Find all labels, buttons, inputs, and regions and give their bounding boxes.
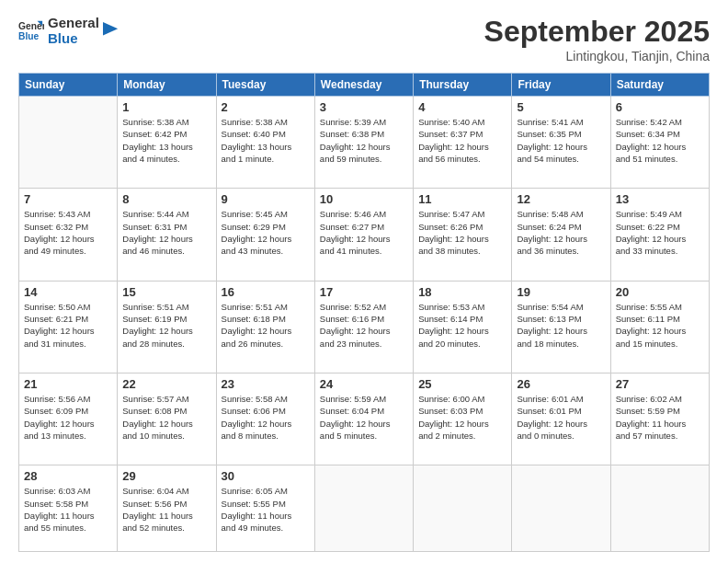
- day-info: Sunrise: 5:50 AM Sunset: 6:21 PM Dayligh…: [24, 301, 112, 350]
- svg-text:Blue: Blue: [18, 32, 40, 42]
- day-number: 13: [616, 192, 704, 206]
- table-row: 11Sunrise: 5:47 AM Sunset: 6:26 PM Dayli…: [414, 189, 512, 281]
- table-row: 4Sunrise: 5:40 AM Sunset: 6:37 PM Daylig…: [414, 97, 512, 189]
- day-info: Sunrise: 5:43 AM Sunset: 6:32 PM Dayligh…: [24, 208, 112, 257]
- calendar-header-row: Sunday Monday Tuesday Wednesday Thursday…: [19, 74, 710, 97]
- day-number: 4: [418, 100, 506, 114]
- table-row: 30Sunrise: 6:05 AM Sunset: 5:55 PM Dayli…: [216, 465, 314, 552]
- day-info: Sunrise: 6:03 AM Sunset: 5:58 PM Dayligh…: [24, 485, 112, 534]
- table-row: 26Sunrise: 6:01 AM Sunset: 6:01 PM Dayli…: [512, 373, 610, 465]
- day-info: Sunrise: 5:44 AM Sunset: 6:31 PM Dayligh…: [122, 208, 210, 257]
- col-tuesday: Tuesday: [216, 74, 314, 97]
- day-number: 19: [517, 285, 605, 299]
- logo-blue: Blue: [48, 30, 99, 46]
- calendar-table: Sunday Monday Tuesday Wednesday Thursday…: [18, 73, 710, 552]
- col-friday: Friday: [512, 74, 610, 97]
- title-block: September 2025 Lintingkou, Tianjin, Chin…: [484, 15, 710, 63]
- calendar-week-row: 28Sunrise: 6:03 AM Sunset: 5:58 PM Dayli…: [19, 465, 710, 552]
- day-info: Sunrise: 6:05 AM Sunset: 5:55 PM Dayligh…: [222, 485, 310, 534]
- table-row: 12Sunrise: 5:48 AM Sunset: 6:24 PM Dayli…: [512, 189, 610, 281]
- day-info: Sunrise: 5:51 AM Sunset: 6:18 PM Dayligh…: [222, 301, 310, 350]
- table-row: 10Sunrise: 5:46 AM Sunset: 6:27 PM Dayli…: [314, 189, 413, 281]
- table-row: [19, 97, 118, 189]
- table-row: [512, 465, 610, 552]
- calendar-week-row: 14Sunrise: 5:50 AM Sunset: 6:21 PM Dayli…: [19, 281, 710, 373]
- calendar-week-row: 7Sunrise: 5:43 AM Sunset: 6:32 PM Daylig…: [19, 189, 710, 281]
- day-number: 18: [418, 285, 506, 299]
- table-row: 29Sunrise: 6:04 AM Sunset: 5:56 PM Dayli…: [118, 465, 216, 552]
- table-row: 3Sunrise: 5:39 AM Sunset: 6:38 PM Daylig…: [314, 97, 413, 189]
- calendar-week-row: 21Sunrise: 5:56 AM Sunset: 6:09 PM Dayli…: [19, 373, 710, 465]
- table-row: 8Sunrise: 5:44 AM Sunset: 6:31 PM Daylig…: [118, 189, 216, 281]
- day-info: Sunrise: 5:39 AM Sunset: 6:38 PM Dayligh…: [320, 116, 408, 165]
- day-number: 16: [222, 285, 310, 299]
- table-row: 15Sunrise: 5:51 AM Sunset: 6:19 PM Dayli…: [118, 281, 216, 373]
- day-info: Sunrise: 5:56 AM Sunset: 6:09 PM Dayligh…: [24, 393, 112, 442]
- day-info: Sunrise: 5:40 AM Sunset: 6:37 PM Dayligh…: [418, 116, 506, 165]
- col-sunday: Sunday: [19, 74, 118, 97]
- logo-arrow-icon: [103, 22, 119, 39]
- day-info: Sunrise: 5:48 AM Sunset: 6:24 PM Dayligh…: [517, 208, 605, 257]
- day-info: Sunrise: 5:45 AM Sunset: 6:29 PM Dayligh…: [222, 208, 310, 257]
- day-info: Sunrise: 5:41 AM Sunset: 6:35 PM Dayligh…: [517, 116, 605, 165]
- logo-general: General: [48, 15, 99, 30]
- day-info: Sunrise: 6:02 AM Sunset: 5:59 PM Dayligh…: [616, 393, 704, 442]
- header: General Blue General Blue September 2025…: [18, 15, 710, 63]
- day-info: Sunrise: 5:55 AM Sunset: 6:11 PM Dayligh…: [616, 301, 704, 350]
- day-info: Sunrise: 5:54 AM Sunset: 6:13 PM Dayligh…: [517, 301, 605, 350]
- table-row: 22Sunrise: 5:57 AM Sunset: 6:08 PM Dayli…: [118, 373, 216, 465]
- table-row: [610, 465, 709, 552]
- day-number: 14: [24, 285, 112, 299]
- day-info: Sunrise: 6:04 AM Sunset: 5:56 PM Dayligh…: [122, 485, 210, 534]
- day-number: 11: [418, 192, 506, 206]
- day-number: 25: [418, 377, 506, 391]
- table-row: 14Sunrise: 5:50 AM Sunset: 6:21 PM Dayli…: [19, 281, 118, 373]
- col-saturday: Saturday: [610, 74, 709, 97]
- day-number: 21: [24, 377, 112, 391]
- table-row: 28Sunrise: 6:03 AM Sunset: 5:58 PM Dayli…: [19, 465, 118, 552]
- day-info: Sunrise: 5:42 AM Sunset: 6:34 PM Dayligh…: [616, 116, 704, 165]
- svg-marker-3: [103, 22, 118, 35]
- table-row: 25Sunrise: 6:00 AM Sunset: 6:03 PM Dayli…: [414, 373, 512, 465]
- day-number: 17: [320, 285, 408, 299]
- main-title: September 2025: [484, 15, 710, 49]
- day-info: Sunrise: 5:38 AM Sunset: 6:42 PM Dayligh…: [122, 116, 210, 165]
- logo-icon: General Blue: [18, 17, 44, 43]
- day-number: 26: [517, 377, 605, 391]
- day-number: 10: [320, 192, 408, 206]
- table-row: 16Sunrise: 5:51 AM Sunset: 6:18 PM Dayli…: [216, 281, 314, 373]
- day-info: Sunrise: 5:47 AM Sunset: 6:26 PM Dayligh…: [418, 208, 506, 257]
- day-number: 9: [222, 192, 310, 206]
- day-number: 1: [122, 100, 210, 114]
- day-number: 27: [616, 377, 704, 391]
- table-row: 9Sunrise: 5:45 AM Sunset: 6:29 PM Daylig…: [216, 189, 314, 281]
- table-row: 13Sunrise: 5:49 AM Sunset: 6:22 PM Dayli…: [610, 189, 709, 281]
- table-row: [414, 465, 512, 552]
- table-row: 20Sunrise: 5:55 AM Sunset: 6:11 PM Dayli…: [610, 281, 709, 373]
- day-info: Sunrise: 5:38 AM Sunset: 6:40 PM Dayligh…: [222, 116, 310, 165]
- day-number: 23: [222, 377, 310, 391]
- calendar-week-row: 1Sunrise: 5:38 AM Sunset: 6:42 PM Daylig…: [19, 97, 710, 189]
- day-number: 12: [517, 192, 605, 206]
- table-row: 27Sunrise: 6:02 AM Sunset: 5:59 PM Dayli…: [610, 373, 709, 465]
- table-row: 1Sunrise: 5:38 AM Sunset: 6:42 PM Daylig…: [118, 97, 216, 189]
- table-row: 17Sunrise: 5:52 AM Sunset: 6:16 PM Dayli…: [314, 281, 413, 373]
- day-info: Sunrise: 5:53 AM Sunset: 6:14 PM Dayligh…: [418, 301, 506, 350]
- day-number: 2: [222, 100, 310, 114]
- day-number: 8: [122, 192, 210, 206]
- day-info: Sunrise: 5:59 AM Sunset: 6:04 PM Dayligh…: [320, 393, 408, 442]
- subtitle: Lintingkou, Tianjin, China: [484, 49, 710, 63]
- day-info: Sunrise: 5:52 AM Sunset: 6:16 PM Dayligh…: [320, 301, 408, 350]
- day-number: 6: [616, 100, 704, 114]
- table-row: [314, 465, 413, 552]
- col-monday: Monday: [118, 74, 216, 97]
- day-info: Sunrise: 5:57 AM Sunset: 6:08 PM Dayligh…: [122, 393, 210, 442]
- day-number: 3: [320, 100, 408, 114]
- table-row: 2Sunrise: 5:38 AM Sunset: 6:40 PM Daylig…: [216, 97, 314, 189]
- day-number: 22: [122, 377, 210, 391]
- day-info: Sunrise: 6:01 AM Sunset: 6:01 PM Dayligh…: [517, 393, 605, 442]
- table-row: 7Sunrise: 5:43 AM Sunset: 6:32 PM Daylig…: [19, 189, 118, 281]
- day-number: 20: [616, 285, 704, 299]
- day-info: Sunrise: 5:46 AM Sunset: 6:27 PM Dayligh…: [320, 208, 408, 257]
- page: General Blue General Blue September 2025…: [0, 0, 728, 563]
